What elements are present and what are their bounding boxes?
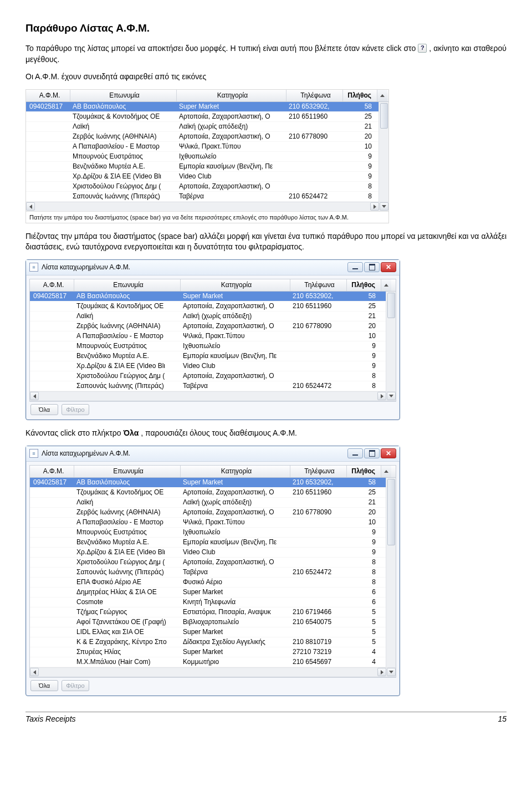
col-afm[interactable]: Α.Φ.Μ. — [26, 90, 70, 101]
cell-name: Α Παπαβασιλείου - Ε Μαστορ — [74, 518, 181, 526]
cell-cat: Αρτοποιία, Ζαχαροπλαστική, Ο — [181, 372, 290, 380]
col-name[interactable]: Επωνυμία — [74, 466, 181, 477]
col-tel[interactable]: Τηλέφωνα — [290, 466, 347, 477]
scrollbar-thumb[interactable] — [387, 479, 395, 545]
vertical-scrollbar[interactable] — [386, 478, 396, 667]
window-maximize-button[interactable] — [364, 262, 380, 272]
table-row[interactable]: Μπουρνούς ΕυστράτιοςΙχθυοπωλείο9 — [30, 341, 386, 351]
scroll-down-button[interactable] — [380, 202, 388, 211]
table-row[interactable]: Ζερβός Ιωάννης (ΑΘΗΝΑΙΑ)Αρτοποιία, Ζαχαρ… — [26, 132, 378, 142]
toolbar: Όλα Φίλτρο — [29, 401, 396, 416]
col-cat[interactable]: Κατηγορία — [177, 90, 287, 101]
table-row[interactable]: Ζερβός Ιωάννης (ΑΘΗΝΑΙΑ)Αρτοποιία, Ζαχαρ… — [30, 321, 386, 331]
cell-cat: Λαϊκή (χωρίς απόδειξη) — [181, 498, 290, 506]
table-row[interactable]: CosmoteΚινητή Τηλεφωνία6 — [30, 597, 386, 607]
scroll-down-button[interactable] — [387, 668, 396, 676]
table-row[interactable]: Χριστοδούλου Γεώργιος Δημ (Αρτοποιία, Ζα… — [30, 371, 386, 381]
scroll-down-button[interactable] — [387, 392, 396, 400]
table-row[interactable]: Χρ.Δρίζου & ΣΙΑ ΕΕ (Video BlιVideo Club9 — [30, 361, 386, 371]
window-close-button[interactable]: ✕ — [381, 448, 396, 458]
table-row[interactable]: ΛαϊκήΛαϊκή (χωρίς απόδειξη)21 — [30, 498, 386, 508]
table-row[interactable]: Αφοί Τζαννετάκου ΟΕ (Γραφή)Βιβλιοχαρτοπω… — [30, 617, 386, 627]
scroll-left-button[interactable] — [26, 202, 35, 211]
cell-cnt: 9 — [343, 172, 377, 180]
grid-plain-header: Α.Φ.Μ. Επωνυμία Κατηγορία Τηλέφωνα Πλήθο… — [26, 90, 388, 102]
table-row[interactable]: 094025817ΑΒ ΒασιλόπουλοςSuper Market210 … — [30, 292, 386, 302]
table-row[interactable]: Μ.Χ.Μπάλιου (Hair Com)Κομμωτήριο210 6545… — [30, 657, 386, 667]
col-name[interactable]: Επωνυμία — [74, 279, 181, 291]
table-row[interactable]: Τζουμάκας & Κοντοδήμος ΟΕΑρτοποιία, Ζαχα… — [30, 488, 386, 498]
table-row[interactable]: ΛαϊκήΛαϊκή (χωρίς απόδειξη)21 — [26, 122, 378, 132]
cell-name: Α Παπαβασιλείου - Ε Μαστορ — [74, 332, 181, 340]
table-row[interactable]: Χρ.Δρίζου & ΣΙΑ ΕΕ (Video BlιVideo Club9 — [30, 548, 386, 558]
vertical-scrollbar[interactable] — [378, 102, 388, 202]
table-row[interactable]: Χριστοδούλου Γεώργιος Δημ (Αρτοποιία, Ζα… — [26, 182, 378, 192]
scroll-up-button[interactable] — [377, 90, 387, 101]
cell-tel: 210 6778090 — [290, 508, 347, 516]
window-minimize-button[interactable] — [347, 262, 363, 272]
question-icon — [418, 44, 427, 53]
scroll-left-button[interactable] — [30, 668, 39, 676]
table-row[interactable]: 094025817ΑΒ ΒασιλόπουλοςSuper Market210 … — [30, 478, 386, 488]
table-row[interactable]: ΛαϊκήΛαϊκή (χωρίς απόδειξη)21 — [30, 311, 386, 321]
col-cat[interactable]: Κατηγορία — [181, 466, 290, 477]
filter-button[interactable]: Φίλτρο — [62, 680, 89, 691]
table-row[interactable]: Α Παπαβασιλείου - Ε ΜαστορΨιλικά, Πρακτ.… — [26, 142, 378, 152]
col-cat[interactable]: Κατηγορία — [181, 279, 290, 291]
col-afm[interactable]: Α.Φ.Μ. — [30, 279, 74, 291]
table-row[interactable]: Βενζινάδικο Μυρτέα Α.Ε.Εμπορία καυσίμων … — [30, 351, 386, 361]
table-row[interactable]: Σαπουνάς Ιωάννης (Πιπεράς)Ταβέρνα210 652… — [26, 192, 378, 202]
table-row[interactable]: Χριστοδούλου Γεώργιος Δημ (Αρτοποιία, Ζα… — [30, 558, 386, 568]
cell-tel: 210 6540075 — [290, 618, 347, 626]
scroll-up-button[interactable] — [381, 466, 391, 477]
table-row[interactable]: Σαπουνάς Ιωάννης (Πιπεράς)Ταβέρνα210 652… — [30, 381, 386, 391]
col-cnt[interactable]: Πλήθος — [343, 90, 377, 101]
window-maximize-button[interactable] — [364, 448, 380, 458]
table-row[interactable]: Χρ.Δρίζου & ΣΙΑ ΕΕ (Video BlιVideo Club9 — [26, 172, 378, 182]
all-button[interactable]: Όλα — [30, 404, 58, 415]
col-tel[interactable]: Τηλέφωνα — [287, 90, 343, 101]
table-row[interactable]: Σαπουνάς Ιωάννης (Πιπεράς)Ταβέρνα210 652… — [30, 568, 386, 578]
table-row[interactable]: Τζουμάκας & Κοντοδήμος ΟΕΑρτοποιία, Ζαχα… — [26, 112, 378, 122]
table-row[interactable]: Μπουρνούς ΕυστράτιοςΙχθυοπωλείο9 — [26, 152, 378, 162]
col-cnt[interactable]: Πλήθος — [347, 279, 381, 291]
cell-name: Σπυρέας Ηλίας — [74, 648, 181, 656]
all-button[interactable]: Όλα — [30, 680, 58, 691]
table-row[interactable]: ΕΠΑ Φυσικό Αέριο ΑΕΦυσικό Αέριο8 — [30, 578, 386, 588]
table-row[interactable]: Κ & Ε Ζαχαράκης, Κέντρο ΣποΔίδακτρα Σχεδ… — [30, 637, 386, 647]
window-minimize-button[interactable] — [347, 448, 363, 458]
cell-cat: Φυσικό Αέριο — [181, 578, 290, 586]
col-tel[interactable]: Τηλέφωνα — [290, 279, 347, 291]
table-row[interactable]: Ζερβός Ιωάννης (ΑΘΗΝΑΙΑ)Αρτοποιία, Ζαχαρ… — [30, 508, 386, 518]
para-all-c: , παρουσιάζει όλους τους διαθέσιμους Α.Φ… — [141, 428, 297, 437]
scrollbar-thumb[interactable] — [380, 103, 388, 129]
scrollbar-thumb[interactable] — [387, 293, 395, 318]
horizontal-scrollbar[interactable] — [30, 391, 396, 401]
col-cnt[interactable]: Πλήθος — [347, 466, 381, 477]
col-name[interactable]: Επωνυμία — [70, 90, 177, 101]
scroll-right-button[interactable] — [370, 202, 379, 211]
scroll-right-button[interactable] — [377, 668, 386, 676]
horizontal-scrollbar[interactable] — [30, 667, 396, 677]
window-close-button[interactable]: ✕ — [381, 262, 396, 272]
scroll-left-button[interactable] — [30, 392, 39, 400]
filter-button[interactable]: Φίλτρο — [62, 404, 89, 415]
table-row[interactable]: Α Παπαβασιλείου - Ε ΜαστορΨιλικά, Πρακτ.… — [30, 331, 386, 341]
scroll-up-button[interactable] — [381, 279, 391, 291]
table-row[interactable]: Τζήμας ΓεώργιοςΕστιατόρια, Πιτσαρία, Ανα… — [30, 607, 386, 617]
horizontal-scrollbar[interactable] — [26, 202, 388, 211]
table-row[interactable]: Δημητρέας Ηλίας & ΣΙΑ ΟΕSuper Market6 — [30, 588, 386, 597]
table-row[interactable]: LIDL Ελλας και ΣΙΑ ΟΕSuper Market5 — [30, 627, 386, 637]
col-afm[interactable]: Α.Φ.Μ. — [30, 466, 74, 477]
table-row[interactable]: Βενζινάδικο Μυρτέα Α.Ε.Εμπορία καυσίμων … — [26, 162, 378, 172]
table-row[interactable]: Τζουμάκας & Κοντοδήμος ΟΕΑρτοποιία, Ζαχα… — [30, 302, 386, 311]
window-title: Λίστα καταχωρημένων Α.Φ.Μ. — [42, 263, 130, 271]
table-row[interactable]: Βενζινάδικο Μυρτέα Α.Ε.Εμπορία καυσίμων … — [30, 538, 386, 548]
table-row[interactable]: Μπουρνούς ΕυστράτιοςΙχθυοπωλείο9 — [30, 528, 386, 538]
table-row[interactable]: Σπυρέας ΗλίαςSuper Market27210 732194 — [30, 647, 386, 657]
table-row[interactable]: Α Παπαβασιλείου - Ε ΜαστορΨιλικά, Πρακτ.… — [30, 518, 386, 528]
scroll-right-button[interactable] — [377, 392, 386, 400]
cell-name: Σαπουνάς Ιωάννης (Πιπεράς) — [74, 568, 181, 576]
table-row[interactable]: 094025817ΑΒ ΒασιλόπουλοςSuper Market210 … — [26, 102, 378, 112]
vertical-scrollbar[interactable] — [386, 292, 396, 391]
